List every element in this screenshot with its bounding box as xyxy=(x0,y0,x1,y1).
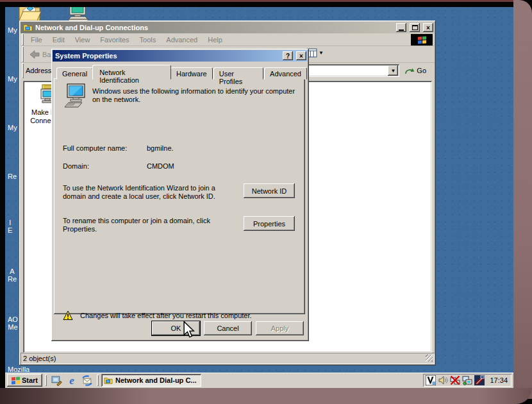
toolbar-grabber[interactable] xyxy=(22,63,24,78)
desktop-label[interactable]: A Re xyxy=(8,267,17,283)
menu-advanced[interactable]: Advanced xyxy=(161,35,203,45)
bezel-top xyxy=(0,0,513,2)
show-desktop-icon[interactable] xyxy=(49,374,63,387)
network-id-description: To use the Network Identification Wizard… xyxy=(63,184,240,201)
tab-page: Windows uses the following information t… xyxy=(54,78,305,314)
views-button[interactable]: ▼ xyxy=(306,48,324,58)
network-id-button[interactable]: Network ID xyxy=(244,183,295,198)
dialog-title: System Properties xyxy=(55,52,279,60)
bezel-bottom xyxy=(0,388,532,404)
computer-icon xyxy=(63,83,90,112)
full-computer-name-label: Full computer name: xyxy=(63,144,127,153)
start-button[interactable]: Start xyxy=(7,374,42,387)
warning-text: Changes will take effect after you resta… xyxy=(80,312,252,320)
system-tray: 17:34 xyxy=(423,374,511,387)
remote-control-icon[interactable] xyxy=(474,375,485,385)
tab-user-profiles[interactable]: User Profiles xyxy=(213,67,263,80)
window-title: Network and Dial-up Connections xyxy=(35,24,393,31)
toolbar-grabber[interactable] xyxy=(22,46,24,62)
network-disconnected-icon[interactable] xyxy=(450,375,460,385)
back-arrow-icon xyxy=(29,50,40,59)
cancel-button[interactable]: Cancel xyxy=(204,321,252,335)
toolbar-grabber[interactable] xyxy=(22,33,24,46)
monitor-frame: My D My My Re I E A Re AO Me Mozilla Net… xyxy=(0,0,532,404)
menu-view[interactable]: View xyxy=(70,35,96,45)
desktop-label[interactable]: My xyxy=(8,75,17,83)
maximize-button[interactable] xyxy=(410,23,420,32)
menu-tools[interactable]: Tools xyxy=(135,35,162,45)
domain-label: Domain: xyxy=(63,162,89,171)
resize-grip[interactable] xyxy=(426,355,433,362)
windows-logo-icon xyxy=(12,376,20,384)
bezel-right xyxy=(513,0,532,399)
tab-general[interactable]: General xyxy=(56,67,93,80)
taskbar-separator xyxy=(97,375,99,386)
warning-icon xyxy=(63,310,73,321)
close-button[interactable]: × xyxy=(423,23,433,32)
close-icon[interactable]: × xyxy=(296,51,306,60)
intro-text: Windows uses the following information t… xyxy=(92,87,301,104)
go-arrow-icon xyxy=(404,67,415,75)
tab-network-identification[interactable]: Network Identification xyxy=(92,65,171,80)
mouse-cursor xyxy=(183,321,195,341)
window-titlebar[interactable]: Network and Dial-up Connections × xyxy=(21,22,435,33)
desktop-label[interactable]: I E xyxy=(8,219,12,234)
go-button[interactable]: Go xyxy=(404,67,426,75)
restart-warning: Changes will take effect after you resta… xyxy=(63,310,252,321)
taskbar-separator xyxy=(45,375,47,386)
desktop[interactable]: My D My My Re I E A Re AO Me Mozilla Net… xyxy=(5,7,513,388)
tab-advanced[interactable]: Advanced xyxy=(264,67,307,80)
menu-edit[interactable]: Edit xyxy=(47,35,70,45)
taskbar: Start e xyxy=(5,373,513,388)
full-computer-name-value: bgmilne. xyxy=(147,144,174,153)
tab-strip: General Network Identification Hardware … xyxy=(56,65,308,80)
task-button-network-connections[interactable]: Network and Dial-up C... xyxy=(101,374,201,387)
apply-button[interactable]: Apply xyxy=(256,321,304,335)
address-label: Address xyxy=(26,67,51,74)
vnc-icon[interactable] xyxy=(426,375,436,385)
volume-icon[interactable] xyxy=(438,375,448,385)
desktop-label[interactable]: My xyxy=(8,124,17,131)
status-text: 2 object(s) xyxy=(23,355,56,362)
domain-value: CMDOM xyxy=(147,162,174,171)
menu-bar: File Edit View Favorites Tools Advanced … xyxy=(21,33,435,46)
outlook-express-icon[interactable] xyxy=(80,374,94,387)
folder-icon xyxy=(104,376,113,384)
minimize-button[interactable] xyxy=(396,23,406,32)
menu-file[interactable]: File xyxy=(26,35,47,45)
properties-button[interactable]: Properties xyxy=(244,216,295,231)
desktop-label[interactable]: Re xyxy=(8,173,17,180)
tab-hardware[interactable]: Hardware xyxy=(170,67,213,80)
menu-favorites[interactable]: Favorites xyxy=(95,35,134,45)
chevron-down-icon: ▼ xyxy=(319,50,324,56)
windows-logo-throbber xyxy=(411,34,433,46)
network-connection-icon[interactable] xyxy=(462,375,472,385)
help-button[interactable]: ? xyxy=(283,51,293,60)
folder-icon xyxy=(23,23,33,33)
address-dropdown-button[interactable]: ▼ xyxy=(388,65,398,76)
status-bar: 2 object(s) xyxy=(21,353,435,364)
properties-description: To rename this computer or join a domain… xyxy=(63,217,240,233)
internet-explorer-icon[interactable]: e xyxy=(65,374,79,387)
clock: 17:34 xyxy=(490,376,508,384)
dialog-titlebar[interactable]: System Properties ? × xyxy=(53,50,308,62)
menu-help[interactable]: Help xyxy=(203,35,228,45)
desktop-label[interactable]: AO Me xyxy=(8,316,18,331)
system-properties-dialog: System Properties ? × General Network Id… xyxy=(51,49,309,341)
